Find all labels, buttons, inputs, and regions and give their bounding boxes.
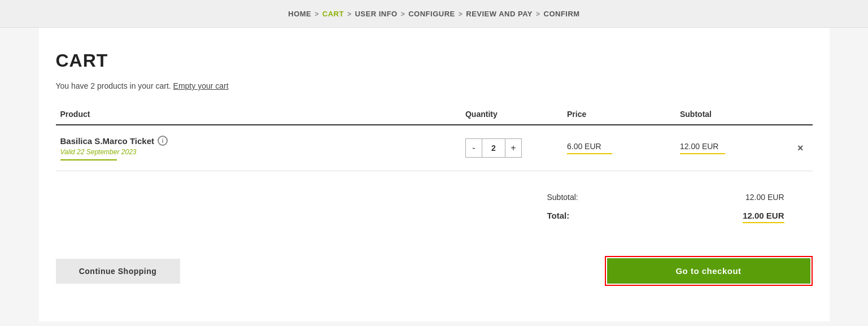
col-price: Price [562, 104, 675, 125]
checkout-btn-wrapper: Go to checkout [605, 256, 813, 286]
empty-cart-link[interactable]: Empty your cart [173, 81, 229, 90]
col-product: Product [56, 104, 461, 125]
cart-count-text: You have 2 products in your cart. [56, 81, 171, 90]
breadcrumb-bar: HOME > CART > USER INFO > CONFIGURE > RE… [0, 0, 868, 28]
subtotal-value: 12.00 EUR [680, 142, 718, 151]
breadcrumb-configure: CONFIGURE [408, 10, 455, 18]
total-amount: 12.00 EUR [743, 211, 784, 220]
breadcrumb-cart: CART [322, 10, 344, 18]
total-label: Total: [547, 211, 570, 223]
col-quantity: Quantity [461, 104, 562, 125]
sep-3: > [401, 10, 405, 18]
total-underline [743, 222, 784, 223]
col-subtotal: Subtotal [675, 104, 788, 125]
product-cell: Basilica S.Marco Ticket i Valid 22 Septe… [56, 125, 461, 171]
subtotal-row: Subtotal: 12.00 EUR [547, 188, 784, 206]
totals-section: Subtotal: 12.00 EUR Total: 12.00 EUR [56, 188, 813, 228]
breadcrumb-home[interactable]: HOME [288, 10, 311, 18]
sep-1: > [315, 10, 319, 18]
total-amount-wrapper: 12.00 EUR [743, 211, 784, 223]
cart-footer: Continue Shopping Go to checkout [56, 256, 813, 286]
product-underline [60, 159, 117, 160]
sep-5: > [536, 10, 540, 18]
cart-table: Product Quantity Price Subtotal Basilica… [56, 104, 813, 171]
breadcrumb: HOME > CART > USER INFO > CONFIGURE > RE… [288, 10, 579, 18]
sep-2: > [347, 10, 352, 18]
main-content: CART You have 2 products in your cart. E… [39, 28, 830, 321]
price-value: 6.00 EUR [567, 142, 601, 151]
qty-input[interactable] [482, 138, 505, 158]
table-row: Basilica S.Marco Ticket i Valid 22 Septe… [56, 125, 813, 171]
product-name-text: Basilica S.Marco Ticket [60, 136, 154, 146]
total-row: Total: 12.00 EUR [547, 206, 784, 228]
breadcrumb-reviewpay: REVIEW AND PAY [466, 10, 533, 18]
col-remove [788, 104, 813, 125]
cart-info: You have 2 products in your cart. Empty … [56, 81, 813, 90]
product-date: Valid 22 September 2023 [60, 148, 456, 156]
quantity-cell: - + [461, 125, 562, 171]
continue-shopping-button[interactable]: Continue Shopping [56, 259, 180, 284]
qty-increase-button[interactable]: + [505, 138, 522, 158]
totals-table: Subtotal: 12.00 EUR Total: 12.00 EUR [547, 188, 784, 228]
qty-controls: - + [465, 138, 558, 158]
breadcrumb-confirm: CONFIRM [544, 10, 580, 18]
price-cell: 6.00 EUR [562, 125, 675, 171]
product-name-wrapper: Basilica S.Marco Ticket i [60, 136, 456, 146]
remove-cell: × [788, 125, 813, 171]
page-title: CART [56, 50, 813, 71]
checkout-button[interactable]: Go to checkout [607, 258, 810, 284]
breadcrumb-userinfo: USER INFO [355, 10, 397, 18]
table-header-row: Product Quantity Price Subtotal [56, 104, 813, 125]
price-underline [567, 153, 612, 154]
sep-4: > [459, 10, 463, 18]
info-icon[interactable]: i [158, 136, 168, 146]
subtotal-underline [680, 153, 725, 154]
remove-item-button[interactable]: × [793, 140, 808, 157]
subtotal-label: Subtotal: [547, 193, 578, 202]
subtotal-amount: 12.00 EUR [745, 193, 784, 202]
qty-decrease-button[interactable]: - [465, 138, 482, 158]
subtotal-cell: 12.00 EUR [675, 125, 788, 171]
